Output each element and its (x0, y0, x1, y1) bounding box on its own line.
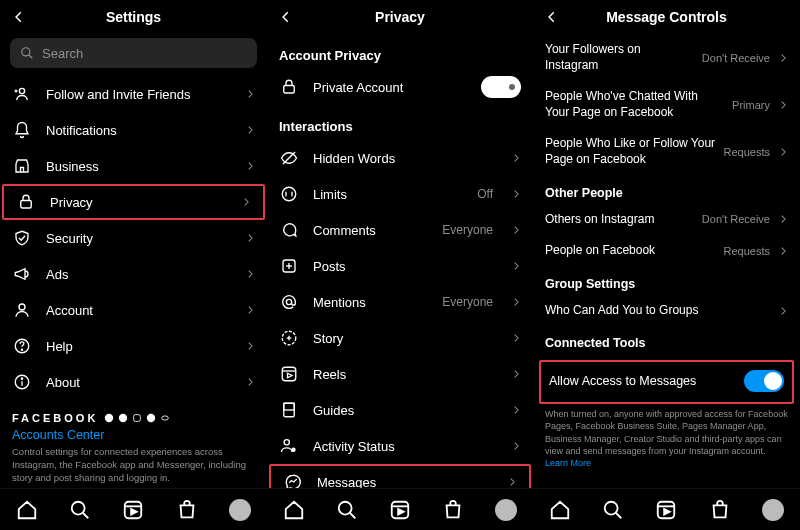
chevron-right-icon (778, 246, 788, 256)
shop-icon[interactable] (709, 499, 731, 521)
msg-others-instagram[interactable]: Others on Instagram Don't Receive (533, 204, 800, 236)
row-label: Who Can Add You to Groups (545, 303, 770, 319)
plus-square-icon (279, 256, 299, 276)
allow-access-desc: When turned on, anyone with approved acc… (533, 404, 800, 469)
svg-line-42 (350, 512, 356, 518)
settings-item-follow-invite[interactable]: Follow and Invite Friends (0, 76, 267, 112)
row-label: Account (46, 303, 231, 318)
profile-avatar[interactable] (495, 499, 517, 521)
chevron-right-icon (241, 197, 251, 207)
row-value: Everyone (442, 223, 493, 237)
msg-like-follow-page-fb[interactable]: People Who Like or Follow Your Page on F… (533, 128, 800, 175)
reels-icon[interactable] (655, 499, 677, 521)
privacy-item-story[interactable]: Story (267, 320, 533, 356)
svg-point-0 (22, 48, 30, 56)
settings-item-privacy[interactable]: Privacy (2, 184, 265, 220)
search-icon[interactable] (602, 499, 624, 521)
shop-icon[interactable] (442, 499, 464, 521)
chevron-right-icon (511, 369, 521, 379)
chevron-right-icon (511, 405, 521, 415)
page-title: Settings (8, 9, 259, 25)
help-icon (12, 336, 32, 356)
privacy-item-limits[interactable]: Limits Off (267, 176, 533, 212)
chevron-right-icon (245, 233, 255, 243)
svg-point-40 (292, 448, 295, 451)
svg-point-13 (119, 414, 127, 422)
private-account-toggle[interactable] (481, 76, 521, 98)
header: Message Controls (533, 0, 800, 34)
svg-marker-50 (665, 509, 671, 514)
shop-icon[interactable] (176, 499, 198, 521)
person-add-icon (12, 84, 32, 104)
home-icon[interactable] (16, 499, 38, 521)
allow-access-toggle[interactable] (744, 370, 784, 392)
search-icon[interactable] (69, 499, 91, 521)
accounts-center-link[interactable]: Accounts Center (0, 424, 267, 444)
privacy-item-hidden-words[interactable]: Hidden Words (267, 140, 533, 176)
chevron-right-icon (511, 297, 521, 307)
privacy-item-activity-status[interactable]: Activity Status (267, 428, 533, 464)
row-label: People Who Like or Follow Your Page on F… (545, 136, 716, 167)
shield-icon (12, 228, 32, 248)
row-label: Limits (313, 187, 463, 202)
row-label: Mentions (313, 295, 428, 310)
at-icon (279, 292, 299, 312)
comment-icon (279, 220, 299, 240)
row-label: Allow Access to Messages (549, 373, 736, 389)
row-label: People on Facebook (545, 243, 716, 259)
row-label: Help (46, 339, 231, 354)
home-icon[interactable] (283, 499, 305, 521)
learn-more-link[interactable]: Learn More (545, 458, 591, 468)
settings-item-help[interactable]: Help (0, 328, 267, 364)
settings-item-notifications[interactable]: Notifications (0, 112, 267, 148)
svg-point-6 (19, 304, 25, 310)
accounts-center-desc: Control settings for connected experienc… (0, 444, 267, 492)
profile-avatar[interactable] (229, 499, 251, 521)
section-other-people: Other People (533, 176, 800, 204)
reels-icon[interactable] (389, 499, 411, 521)
desc-text: When turned on, anyone with approved acc… (545, 409, 788, 455)
svg-line-18 (83, 512, 89, 518)
allow-access-row[interactable]: Allow Access to Messages (543, 366, 790, 396)
settings-item-account[interactable]: Account (0, 292, 267, 328)
privacy-item-reels[interactable]: Reels (267, 356, 533, 392)
svg-point-11 (21, 378, 22, 379)
privacy-item-comments[interactable]: Comments Everyone (267, 212, 533, 248)
profile-avatar[interactable] (762, 499, 784, 521)
settings-item-business[interactable]: Business (0, 148, 267, 184)
settings-item-ads[interactable]: Ads (0, 256, 267, 292)
settings-item-about[interactable]: About (0, 364, 267, 400)
search-input[interactable]: Search (10, 38, 257, 68)
chevron-right-icon (245, 305, 255, 315)
row-label: Comments (313, 223, 428, 238)
row-value: Requests (724, 245, 770, 257)
svg-point-17 (72, 501, 85, 514)
search-icon (20, 46, 34, 60)
row-label: Notifications (46, 123, 231, 138)
privacy-item-posts[interactable]: Posts (267, 248, 533, 284)
privacy-item-guides[interactable]: Guides (267, 392, 533, 428)
reels-icon[interactable] (122, 499, 144, 521)
svg-point-41 (339, 501, 352, 514)
bell-icon (12, 120, 32, 140)
msg-people-facebook[interactable]: People on Facebook Requests (533, 235, 800, 267)
row-value: Off (477, 187, 493, 201)
chevron-right-icon (245, 89, 255, 99)
private-account-row[interactable]: Private Account (267, 69, 533, 105)
msg-followers-instagram[interactable]: Your Followers on Instagram Don't Receiv… (533, 34, 800, 81)
chevron-right-icon (778, 53, 788, 63)
svg-point-12 (105, 414, 113, 422)
search-icon[interactable] (336, 499, 358, 521)
bottom-nav (0, 488, 267, 530)
home-icon[interactable] (549, 499, 571, 521)
msg-who-add-groups[interactable]: Who Can Add You to Groups (533, 295, 800, 327)
row-label: Others on Instagram (545, 212, 694, 228)
settings-item-security[interactable]: Security (0, 220, 267, 256)
row-label: Ads (46, 267, 231, 282)
svg-point-15 (147, 414, 155, 422)
privacy-item-mentions[interactable]: Mentions Everyone (267, 284, 533, 320)
row-label: Hidden Words (313, 151, 497, 166)
row-label: About (46, 375, 231, 390)
msg-chatted-page-fb[interactable]: People Who've Chatted With Your Page on … (533, 81, 800, 128)
row-label: Story (313, 331, 497, 346)
